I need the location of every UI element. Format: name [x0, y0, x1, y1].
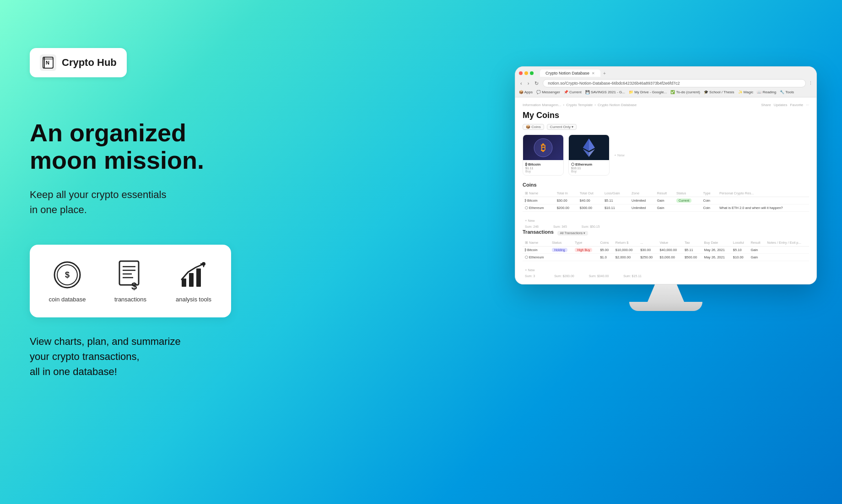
monitor-stand	[515, 284, 817, 311]
cell-zone: Unlimited	[629, 204, 655, 212]
tx-col-notes: Notes / Entry / Exit p...	[765, 239, 809, 247]
breadcrumb-2[interactable]: Crypto Template	[566, 103, 593, 107]
updates-button[interactable]: Updates	[774, 103, 788, 107]
cell-name: ⬡ Ethereum	[523, 204, 555, 212]
share-button[interactable]: Share	[761, 103, 771, 107]
eth-card-status: Buy	[571, 170, 607, 173]
btc-icon: ₿	[532, 136, 555, 159]
table-row[interactable]: ⬡ Ethereum $200.00 $300.00 $10.11 Unlimi…	[523, 204, 809, 212]
stand-neck	[648, 284, 684, 302]
cell-total-in: $200.00	[555, 204, 578, 212]
filter-coins[interactable]: 📦 Coins	[523, 124, 544, 130]
tab-close-icon[interactable]: ✕	[592, 71, 595, 75]
logo-badge: N Crypto Hub	[30, 48, 127, 77]
tx-cell-return: $2,000.00	[613, 254, 638, 261]
gallery-card-btc[interactable]: ₿ ₿ Bitcoin $1.11 Buy	[523, 134, 564, 176]
tx-col-value: Value	[658, 239, 682, 247]
url-bar[interactable]: notion.so/Crypto-Notion-Database-66bdc64…	[543, 79, 806, 87]
bm-apps[interactable]: 📦 Apps	[519, 90, 533, 94]
tx-filter-badge[interactable]: All Transactions ▾	[557, 231, 588, 236]
cell-result: Gain	[655, 204, 674, 212]
table-row[interactable]: ⬡ Ethereum $1.0 $2,000.00 $250.00 $3,000…	[523, 254, 809, 261]
table-row[interactable]: ₿ Bitcoin Holding High Buy $5.00 $10,000…	[523, 247, 809, 254]
bm-reading[interactable]: 📖 Reading	[757, 90, 776, 94]
cell-loss-gain: $10.11	[602, 204, 629, 212]
tx-cell-lossful: $5.10	[731, 247, 749, 254]
col-total-out: Total Out	[578, 190, 602, 197]
status-holding: Holding	[552, 248, 567, 252]
tx-cell-coins: $1.0	[598, 254, 613, 261]
cell-total-in: $30.00	[555, 197, 578, 204]
bm-current[interactable]: 📌 Current	[564, 90, 582, 94]
new-tab-icon[interactable]: +	[603, 71, 606, 76]
left-content: An organized moon mission. Keep all your…	[30, 119, 231, 379]
dot-minimize[interactable]	[524, 71, 528, 75]
cell-zone: Unlimited	[629, 197, 655, 204]
coins-section-title: Coins	[523, 182, 809, 188]
coins-add-row[interactable]: + New	[523, 217, 809, 224]
favorite-button[interactable]: Favorite	[790, 103, 803, 107]
eth-card-name: ⬡ Ethereum	[571, 162, 607, 166]
tx-cell-status: Holding	[550, 247, 572, 254]
col-loss-gain: Loss/Gain	[602, 190, 629, 197]
cell-total-out: $300.00	[578, 204, 602, 212]
gallery-add-text[interactable]: + New	[614, 153, 625, 157]
tx-col-extra: ...	[638, 239, 657, 247]
eth-card-image	[569, 135, 609, 160]
feature-coin-database-label: coin database	[49, 296, 86, 303]
col-notes: Personal Crypto Res...	[717, 190, 809, 197]
feature-analysis-tools-label: analysis tools	[176, 296, 211, 303]
tx-cell-type	[572, 254, 598, 261]
col-type: Type	[701, 190, 717, 197]
transactions-section-title: Transactions	[523, 229, 554, 235]
bm-todo[interactable]: ✅ To-do (current)	[670, 90, 700, 94]
dot-maximize[interactable]	[530, 71, 534, 75]
col-result: Result	[655, 190, 674, 197]
tx-col-coins: Coins	[598, 239, 613, 247]
tx-cell-tax: $5.11	[682, 247, 702, 254]
table-row[interactable]: ₿ Bitcoin $30.00 $40.00 $5.11 Unlimited …	[523, 197, 809, 204]
bm-magic[interactable]: ✨ Magic	[738, 90, 754, 94]
browser-menu-icon[interactable]: ⋮	[809, 81, 813, 86]
notion-content: Information Managem... › Crypto Template…	[515, 97, 816, 284]
bookmarks-bar: 📦 Apps 💬 Messenger 📌 Current 💾 SAVINGS 2…	[519, 89, 813, 95]
bm-school[interactable]: 🎓 School / Thesis	[704, 90, 734, 94]
bm-messenger[interactable]: 💬 Messenger	[536, 90, 560, 94]
subheadline: Keep all your crypto essentialsin one pl…	[30, 187, 231, 217]
sum-loss-gain: Sum: $50.15	[582, 225, 600, 228]
filter-current[interactable]: Current Only ▾	[547, 124, 577, 130]
bm-drive[interactable]: 📁 My Drive - Google...	[629, 90, 667, 94]
tx-cell-name: ₿ Bitcoin	[523, 247, 550, 254]
coins-table: ⊞ Name Total In Total Out Loss/Gain Zone…	[523, 190, 809, 212]
browser-chrome: Crypto Notion Database ✕ + ‹ › ↻ notion.…	[515, 67, 816, 97]
tx-sum-value: Sum: $340.00	[589, 274, 609, 278]
tx-add-row[interactable]: + New	[523, 267, 809, 273]
tx-col-tax: Tax	[682, 239, 702, 247]
breadcrumb-1[interactable]: Information Managem...	[523, 103, 561, 107]
eth-card-price: $10.11	[571, 166, 607, 170]
cell-name: ₿ Bitcoin	[523, 197, 555, 204]
coins-sum-row: Sum: 246 Sum: 345 Sum: $50.15	[523, 224, 809, 229]
more-button[interactable]: ···	[806, 103, 809, 107]
gallery-card-eth[interactable]: ⬡ Ethereum $10.11 Buy	[568, 134, 610, 176]
col-zone: Zone	[629, 190, 655, 197]
bm-tools[interactable]: 🔧 Tools	[780, 90, 794, 94]
breadcrumb-3[interactable]: Crypto Notion Database	[598, 103, 637, 107]
stand-base	[629, 302, 702, 311]
transactions-header: Transactions All Transactions ▾	[523, 229, 809, 237]
bottom-text: View charts, plan, and summarizeyour cry…	[30, 334, 231, 379]
dot-close[interactable]	[519, 71, 523, 75]
refresh-button[interactable]: ↻	[533, 80, 540, 87]
svg-text:$: $	[131, 280, 137, 291]
tx-cell-date: May 26, 2021	[702, 247, 730, 254]
tx-cell-value: $3,000.00	[658, 254, 682, 261]
browser-tab[interactable]: Crypto Notion Database ✕	[540, 70, 600, 77]
tx-cell-notes	[765, 254, 809, 261]
back-button[interactable]: ‹	[519, 80, 524, 86]
features-box: $ coin database $ transactions	[30, 245, 231, 317]
browser-dots	[519, 71, 534, 75]
feature-coin-database: $ coin database	[43, 259, 92, 303]
feature-transactions: $ transactions	[106, 259, 155, 303]
forward-button[interactable]: ›	[526, 80, 531, 86]
bm-savings[interactable]: 💾 SAVINGS 2021 - G...	[585, 90, 625, 94]
